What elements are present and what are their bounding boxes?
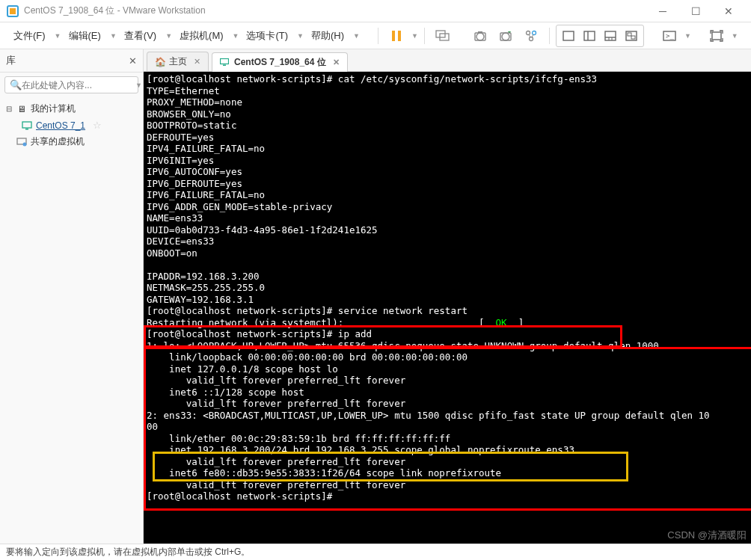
maximize-button[interactable]: ☐	[679, 1, 712, 22]
tree-label: 我的计算机	[31, 102, 76, 115]
svg-point-13	[529, 37, 533, 40]
separator	[549, 28, 550, 44]
svg-line-14	[529, 34, 530, 37]
svg-text:>_: >_	[666, 32, 674, 40]
svg-rect-19	[605, 31, 616, 40]
content-area: 🏠 主页 ✕ CentOS 7_1908_64 位 ✕ [root@localh…	[144, 49, 751, 544]
tab-close-icon[interactable]: ✕	[194, 57, 200, 67]
fullscreen-button[interactable]	[705, 24, 729, 48]
vm-icon	[220, 58, 230, 67]
tab-centos[interactable]: CentOS 7_1908_64 位 ✕	[212, 52, 348, 72]
monitor-icon: 🖥	[16, 104, 28, 114]
search-icon: 🔍	[10, 79, 22, 90]
view-mode-group	[556, 25, 644, 47]
chevron-down-icon[interactable]: ▼	[730, 32, 738, 40]
tab-close-icon[interactable]: ✕	[333, 58, 340, 67]
minimize-button[interactable]: ─	[646, 1, 679, 22]
sidebar: 库 ✕ 🔍 ▼ ⊟ 🖥 我的计算机 CentOS 7_1 ☆	[0, 49, 144, 544]
svg-rect-25	[631, 36, 635, 39]
tab-label: 主页	[169, 55, 187, 68]
status-text: 要将输入定向到该虚拟机，请在虚拟机内部单击或按 Ctrl+G。	[6, 546, 250, 559]
pause-vm-button[interactable]	[384, 24, 408, 48]
chevron-down-icon[interactable]: ▼	[231, 32, 239, 40]
view-single-button[interactable]	[558, 27, 579, 45]
vm-icon	[21, 121, 33, 130]
view-split-button[interactable]	[579, 27, 600, 45]
chevron-down-icon[interactable]: ▼	[352, 32, 360, 40]
tree-label: 共享的虚拟机	[31, 135, 85, 148]
close-button[interactable]: ✕	[712, 1, 745, 22]
tab-home[interactable]: 🏠 主页 ✕	[147, 52, 209, 71]
send-ctrl-alt-del-button[interactable]	[431, 24, 455, 48]
titlebar: CentOS 7_1908_64 位 - VMware Workstation …	[0, 0, 751, 22]
svg-rect-17	[584, 31, 595, 40]
svg-rect-1	[10, 8, 16, 14]
menu-view[interactable]: 查看(V)	[118, 26, 162, 46]
svg-rect-2	[392, 31, 395, 41]
menu-help[interactable]: 帮助(H)	[305, 26, 350, 46]
menu-file[interactable]: 文件(F)	[7, 26, 52, 46]
search-input[interactable]	[22, 80, 134, 90]
sidebar-tree: ⊟ 🖥 我的计算机 CentOS 7_1 ☆ 共享的虚拟机	[0, 97, 143, 153]
console-view-button[interactable]: >_	[657, 24, 681, 48]
svg-point-6	[476, 33, 484, 40]
svg-rect-28	[712, 32, 721, 40]
separator	[424, 28, 425, 44]
svg-rect-33	[221, 59, 229, 64]
annotation-yellow-box	[153, 452, 628, 481]
svg-rect-24	[628, 33, 631, 36]
svg-rect-30	[25, 129, 28, 130]
menu-edit[interactable]: 编辑(E)	[63, 26, 107, 46]
chevron-down-icon[interactable]: ▼	[108, 32, 117, 40]
chevron-down-icon[interactable]: ▼	[295, 32, 304, 40]
terminal-output[interactable]: [root@localhost network-scripts]# cat /e…	[144, 72, 751, 544]
tree-node-mycomputer[interactable]: ⊟ 🖥 我的计算机	[4, 100, 138, 117]
revert-snapshot-button[interactable]	[494, 24, 518, 48]
menubar: 文件(F)▼ 编辑(E)▼ 查看(V)▼ 虚拟机(M)▼ 选项卡(T)▼ 帮助(…	[0, 22, 751, 49]
sidebar-header: 库 ✕	[0, 49, 143, 73]
main-area: 库 ✕ 🔍 ▼ ⊟ 🖥 我的计算机 CentOS 7_1 ☆	[0, 49, 751, 544]
svg-rect-16	[563, 31, 574, 40]
view-thumbnail-button[interactable]	[600, 27, 621, 45]
menu-vm[interactable]: 虚拟机(M)	[174, 26, 230, 46]
tree-label: CentOS 7_1	[36, 120, 85, 131]
chevron-down-icon[interactable]: ▼	[53, 32, 61, 40]
window-title: CentOS 7_1908_64 位 - VMware Workstation	[24, 4, 646, 17]
view-unity-button[interactable]	[621, 27, 642, 45]
home-icon: 🏠	[155, 57, 165, 67]
svg-point-32	[23, 142, 27, 146]
tree-node-shared[interactable]: 共享的虚拟机	[4, 133, 138, 150]
shared-vm-icon	[16, 138, 28, 147]
tree-node-centos[interactable]: CentOS 7_1 ☆	[4, 117, 138, 133]
svg-rect-34	[223, 65, 226, 67]
svg-rect-29	[22, 122, 31, 128]
svg-line-15	[532, 34, 533, 37]
menu-tabs[interactable]: 选项卡(T)	[240, 26, 294, 46]
annotation-red-box-1	[144, 325, 622, 348]
svg-point-11	[526, 31, 530, 34]
svg-rect-8	[478, 31, 482, 34]
annotation-red-box-2	[144, 347, 751, 511]
tabbar: 🏠 主页 ✕ CentOS 7_1908_64 位 ✕	[144, 49, 751, 72]
app-logo-icon	[6, 4, 19, 18]
chevron-down-icon[interactable]: ▼	[410, 32, 418, 40]
tab-label: CentOS 7_1908_64 位	[234, 56, 326, 69]
snapshot-button[interactable]	[468, 24, 492, 48]
svg-point-9	[502, 33, 509, 40]
favorite-star-icon[interactable]: ☆	[93, 120, 102, 131]
svg-point-12	[532, 31, 536, 34]
collapse-icon[interactable]: ⊟	[4, 105, 13, 113]
sidebar-close-button[interactable]: ✕	[129, 55, 137, 67]
statusbar: 要将输入定向到该虚拟机，请在虚拟机内部单击或按 Ctrl+G。	[0, 544, 751, 560]
svg-rect-3	[398, 31, 401, 41]
chevron-down-icon[interactable]: ▼	[164, 32, 172, 40]
separator	[378, 28, 378, 44]
sidebar-title: 库	[6, 54, 129, 67]
chevron-down-icon[interactable]: ▼	[134, 81, 142, 89]
sidebar-search: 🔍 ▼	[4, 76, 138, 93]
manage-snapshot-button[interactable]	[519, 24, 543, 48]
chevron-down-icon[interactable]: ▼	[683, 32, 691, 40]
